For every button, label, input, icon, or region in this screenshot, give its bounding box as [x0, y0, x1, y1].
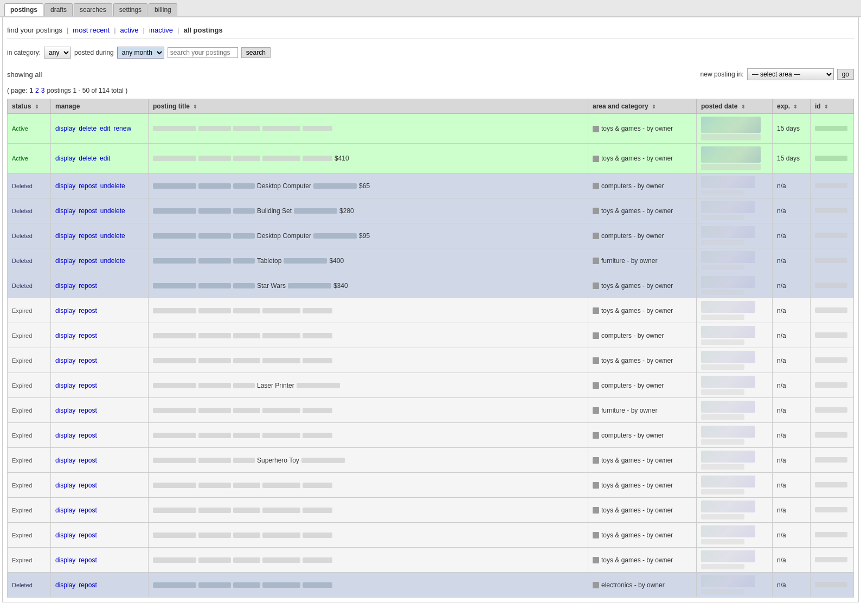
- tab-billing[interactable]: billing: [149, 3, 177, 16]
- manage-repost-link[interactable]: repost: [79, 232, 97, 240]
- manage-repost-link[interactable]: repost: [79, 531, 97, 539]
- id-redacted: [815, 183, 847, 188]
- manage-display-link[interactable]: display: [55, 531, 75, 539]
- manage-repost-link[interactable]: repost: [79, 307, 97, 315]
- manage-repost-link[interactable]: repost: [79, 556, 97, 564]
- new-posting-select[interactable]: — select area —: [747, 68, 834, 80]
- tab-postings[interactable]: postings: [4, 3, 43, 16]
- table-row: Deleteddisplayrepostelectronics - by own…: [8, 573, 854, 598]
- id-cell: [811, 198, 854, 223]
- date-cell: [697, 548, 773, 573]
- page-3-link[interactable]: 3: [41, 87, 45, 94]
- th-exp[interactable]: exp. ⇕: [773, 99, 811, 114]
- date-redacted: [701, 476, 755, 487]
- date-redacted: [701, 451, 755, 463]
- manage-repost-link[interactable]: repost: [79, 257, 97, 265]
- search-button[interactable]: search: [241, 47, 271, 58]
- id-redacted: [815, 482, 847, 487]
- manage-repost-link[interactable]: repost: [79, 182, 97, 190]
- manage-edit-link[interactable]: edit: [100, 155, 110, 162]
- search-input[interactable]: [168, 47, 238, 58]
- manage-display-link[interactable]: display: [55, 155, 75, 162]
- manage-display-link[interactable]: display: [55, 482, 75, 489]
- manage-display-link[interactable]: display: [55, 232, 75, 240]
- manage-repost-link[interactable]: repost: [79, 357, 97, 364]
- link-active[interactable]: active: [120, 26, 139, 34]
- manage-display-link[interactable]: display: [55, 257, 75, 265]
- manage-repost-link[interactable]: repost: [79, 457, 97, 464]
- date-redacted: [701, 401, 755, 413]
- go-button[interactable]: go: [837, 69, 854, 80]
- manage-repost-link[interactable]: repost: [79, 282, 97, 290]
- manage-display-link[interactable]: display: [55, 182, 75, 190]
- title-readable-text: Tabletop: [257, 257, 281, 265]
- th-date[interactable]: posted date ⇕: [697, 99, 773, 114]
- manage-repost-link[interactable]: repost: [79, 506, 97, 514]
- manage-display-link[interactable]: display: [55, 556, 75, 564]
- manage-undelete-link[interactable]: undelete: [100, 257, 125, 265]
- th-title[interactable]: posting title ⇕: [149, 99, 588, 114]
- table-row: DeleteddisplayrepostundeleteBuilding Set…: [8, 198, 854, 223]
- tab-drafts[interactable]: drafts: [44, 3, 73, 16]
- manage-display-link[interactable]: display: [55, 282, 75, 290]
- tab-searches[interactable]: searches: [74, 3, 112, 16]
- manage-display-link[interactable]: display: [55, 382, 75, 389]
- manage-repost-link[interactable]: repost: [79, 407, 97, 414]
- date-redacted: [701, 550, 755, 562]
- area-icon: [593, 233, 599, 239]
- th-status[interactable]: status ⇕: [8, 99, 51, 114]
- id-redacted: [815, 258, 847, 263]
- title-cell: [149, 423, 588, 448]
- area-text: toys & games - by owner: [601, 457, 673, 464]
- title-price: $65: [359, 182, 370, 190]
- manage-display-link[interactable]: display: [55, 332, 75, 339]
- link-inactive[interactable]: inactive: [149, 26, 173, 34]
- area-text: toys & games - by owner: [601, 282, 673, 290]
- manage-display-link[interactable]: display: [55, 357, 75, 364]
- area-text: toys & games - by owner: [601, 357, 673, 364]
- area-cell: toys & games - by owner: [588, 114, 697, 144]
- manage-repost-link[interactable]: repost: [79, 581, 97, 589]
- area-icon: [593, 183, 599, 189]
- manage-display-link[interactable]: display: [55, 457, 75, 464]
- th-area[interactable]: area and category ⇕: [588, 99, 697, 114]
- manage-display-link[interactable]: display: [55, 432, 75, 439]
- manage-repost-link[interactable]: repost: [79, 432, 97, 439]
- manage-display-link[interactable]: display: [55, 506, 75, 514]
- date-redacted: [701, 251, 755, 263]
- new-posting-bar: new posting in: — select area — go: [701, 68, 854, 80]
- manage-display-link[interactable]: display: [55, 307, 75, 315]
- page-2-link[interactable]: 2: [35, 87, 39, 94]
- manage-undelete-link[interactable]: undelete: [100, 232, 125, 240]
- manage-delete-link[interactable]: delete: [79, 125, 97, 132]
- manage-cell: displayrepostundelete: [51, 248, 149, 273]
- posted-select[interactable]: any month: [117, 47, 164, 59]
- title-cell: [149, 573, 588, 598]
- th-id[interactable]: id ⇕: [811, 99, 854, 114]
- title-price: $280: [339, 207, 354, 215]
- link-most-recent[interactable]: most recent: [73, 26, 110, 34]
- manage-repost-link[interactable]: repost: [79, 382, 97, 389]
- category-select[interactable]: any: [44, 47, 71, 59]
- manage-repost-link[interactable]: repost: [79, 482, 97, 489]
- date-redacted-2: [701, 315, 744, 320]
- top-nav-tabs: postings drafts searches settings billin…: [0, 0, 861, 17]
- exp-cell: n/a: [773, 273, 811, 298]
- tab-settings[interactable]: settings: [113, 3, 147, 16]
- manage-repost-link[interactable]: repost: [79, 332, 97, 339]
- area-text: toys & games - by owner: [601, 125, 673, 132]
- id-cell: [811, 373, 854, 398]
- manage-repost-link[interactable]: repost: [79, 207, 97, 215]
- manage-edit-link[interactable]: edit: [100, 125, 110, 132]
- find-bar: find your postings | most recent | activ…: [7, 22, 854, 39]
- manage-display-link[interactable]: display: [55, 125, 75, 132]
- manage-renew-link[interactable]: renew: [113, 125, 131, 132]
- manage-display-link[interactable]: display: [55, 207, 75, 215]
- table-row: ExpireddisplayrepostSuperhero Toytoys & …: [8, 448, 854, 473]
- manage-undelete-link[interactable]: undelete: [100, 182, 125, 190]
- manage-display-link[interactable]: display: [55, 407, 75, 414]
- id-cell: [811, 573, 854, 598]
- manage-display-link[interactable]: display: [55, 581, 75, 589]
- manage-delete-link[interactable]: delete: [79, 155, 97, 162]
- manage-undelete-link[interactable]: undelete: [100, 207, 125, 215]
